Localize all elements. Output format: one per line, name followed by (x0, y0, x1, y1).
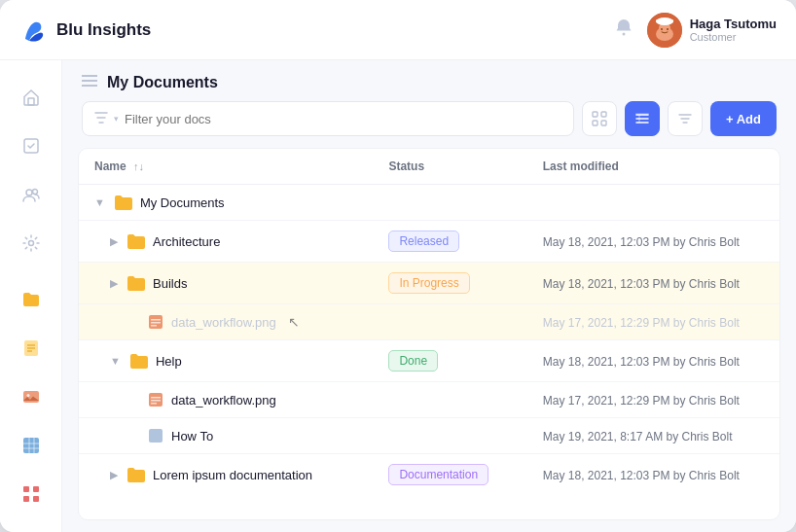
logo-area: Blu Insights (19, 16, 614, 45)
table-row[interactable]: ▶ Lorem ipsum documentation Documentatio… (79, 454, 779, 496)
filter-options-button[interactable] (668, 101, 703, 136)
sidebar-item-notes[interactable] (10, 327, 53, 370)
svg-point-7 (667, 28, 669, 30)
page-header: My Documents (62, 60, 796, 101)
folder-icon (127, 233, 145, 249)
file-name: Builds (153, 276, 187, 291)
last-modified: May 17, 2021, 12:29 PM by Chris Bolt (543, 394, 740, 408)
blu-logo-icon (19, 16, 49, 45)
table-row[interactable]: ▶ Architecture Released (79, 221, 779, 263)
folder-icon (130, 353, 148, 369)
svg-rect-46 (151, 325, 157, 327)
svg-rect-44 (151, 319, 161, 321)
modified-cell (527, 185, 779, 221)
svg-rect-19 (23, 438, 39, 453)
notification-bell-icon[interactable] (614, 18, 633, 42)
hamburger-icon[interactable] (82, 74, 97, 91)
file-name: data_workflow.png (171, 393, 276, 408)
page-title: My Documents (107, 74, 218, 91)
app-name: Blu Insights (56, 20, 151, 40)
chevron-icon: ▶ (110, 469, 118, 481)
sidebar-item-spreadsheets[interactable] (10, 424, 53, 467)
chevron-icon: ▼ (94, 196, 105, 208)
content-area: My Documents ▾ (62, 60, 796, 532)
svg-rect-49 (151, 400, 161, 402)
svg-rect-26 (23, 496, 29, 502)
sidebar-item-tasks[interactable] (10, 124, 53, 167)
file-table-container: Name ↑↓ Status Last modified (78, 148, 780, 520)
folder-icon (115, 195, 132, 210)
sidebar-item-images[interactable] (10, 375, 53, 418)
svg-rect-51 (149, 429, 163, 443)
table-row[interactable]: How To May 19, 2021, 8:17 AM by Chris Bo… (79, 418, 779, 454)
topbar: Blu Insights (0, 0, 796, 60)
col-name[interactable]: Name ↑↓ (79, 149, 373, 185)
svg-rect-24 (23, 486, 29, 492)
svg-point-0 (622, 33, 625, 36)
svg-point-6 (661, 28, 663, 30)
name-cell: How To (126, 428, 357, 443)
folder-icon (127, 467, 145, 482)
status-cell (373, 382, 526, 418)
chevron-icon: ▶ (110, 235, 118, 248)
add-button[interactable]: + Add (710, 101, 777, 136)
sidebar-item-home[interactable] (10, 76, 53, 119)
table-row[interactable]: data_workflow.png May 17, 2021, 12:29 PM… (79, 382, 779, 418)
search-box[interactable]: ▾ (82, 101, 574, 136)
table-row[interactable]: ▶ Builds In Progress (79, 263, 779, 304)
svg-rect-48 (151, 397, 161, 399)
sort-icon: ↑↓ (133, 160, 144, 172)
status-badge: Documentation (388, 464, 488, 485)
last-modified: May 18, 2021, 12:03 PM by Chris Bolt (543, 355, 740, 369)
svg-rect-17 (23, 391, 39, 403)
table-row[interactable]: ▼ Help Done (79, 340, 779, 382)
grid-view-button[interactable] (582, 101, 617, 136)
col-status: Status (373, 149, 526, 185)
svg-rect-45 (151, 322, 161, 324)
last-modified: May 18, 2021, 12:03 PM by Chris Bolt (543, 277, 740, 291)
user-role: Customer (690, 31, 777, 43)
list-view-button[interactable] (625, 101, 660, 136)
table-wrapper: Name ↑↓ Status Last modified (79, 149, 779, 495)
file-name: Help (156, 354, 182, 369)
name-cell: ▶ Architecture (110, 233, 357, 249)
svg-rect-50 (151, 403, 157, 405)
sidebar-item-folder[interactable] (10, 278, 53, 321)
sidebar-item-settings[interactable] (10, 222, 53, 265)
last-modified: May 18, 2021, 12:03 PM by Chris Bolt (543, 235, 740, 249)
name-cell: ▼ Help (110, 353, 357, 369)
table-row[interactable]: data_workflow.png ↖ May 17, 2021, 12:29 … (79, 304, 779, 340)
file-name: My Documents (140, 195, 225, 210)
sidebar (0, 60, 62, 532)
file-name: data_workflow.png (171, 315, 276, 330)
filter-icon (94, 112, 108, 126)
file-icon (148, 392, 163, 408)
sidebar-item-people[interactable] (10, 173, 53, 216)
user-name: Haga Tsutomu (690, 17, 777, 31)
file-table: Name ↑↓ Status Last modified (79, 149, 779, 495)
file-icon (148, 314, 163, 330)
status-badge: Released (388, 231, 459, 252)
status-badge: Done (388, 350, 438, 372)
file-name: How To (171, 429, 213, 443)
modified-cell: May 17, 2021, 12:29 PM by Chris Bolt (527, 304, 779, 340)
file-name: Lorem ipsum documentation (153, 468, 312, 482)
svg-point-12 (28, 241, 33, 246)
file-name: Architecture (153, 234, 220, 249)
cursor: ↖ (288, 314, 300, 330)
search-input[interactable] (125, 112, 561, 126)
svg-rect-38 (635, 113, 649, 116)
last-modified: May 18, 2021, 12:03 PM by Chris Bolt (543, 469, 740, 482)
svg-rect-8 (28, 98, 34, 105)
svg-rect-27 (33, 496, 39, 502)
modified-cell: May 18, 2021, 12:03 PM by Chris Bolt (527, 263, 779, 304)
status-cell: Documentation (373, 454, 526, 496)
app-window: Blu Insights (0, 0, 796, 532)
status-cell (373, 185, 526, 221)
sidebar-item-grid[interactable] (10, 473, 53, 515)
table-row[interactable]: ▼ My Documents (79, 185, 779, 221)
user-info: Haga Tsutomu Customer (690, 17, 777, 43)
modified-cell: May 18, 2021, 12:03 PM by Chris Bolt (527, 340, 779, 382)
svg-rect-32 (601, 112, 606, 117)
modified-cell: May 18, 2021, 12:03 PM by Chris Bolt (527, 221, 779, 263)
